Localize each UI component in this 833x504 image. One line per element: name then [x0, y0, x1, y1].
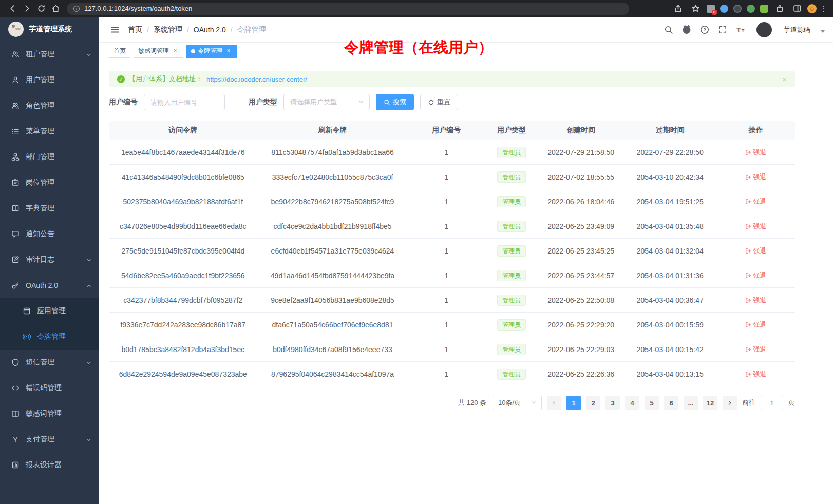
- badge-icon: [11, 179, 20, 187]
- share-icon[interactable]: [671, 2, 685, 16]
- close-icon[interactable]: ×: [225, 48, 232, 55]
- user-type-badge: 管理员: [497, 319, 526, 331]
- tags-view: 首页 敏感词管理 × 令牌管理 ×: [99, 43, 833, 60]
- active-dot-icon: [191, 49, 195, 53]
- pagination: 共 120 条 10条/页 1 2 3 4 5 6 ... 12 前往: [109, 396, 795, 410]
- sidebar-item-tenant[interactable]: 租户管理: [0, 42, 99, 67]
- table-row: f9336e7c7dd242a283ee98dc86b17a87 dfa6c71…: [109, 313, 795, 337]
- site-info-icon[interactable]: [73, 5, 80, 12]
- browser-menu-icon[interactable]: ⋮: [820, 4, 828, 13]
- alert-close-icon[interactable]: ×: [782, 75, 787, 84]
- sidebar-item-sms[interactable]: 短信管理: [0, 350, 99, 375]
- force-logout-button[interactable]: 强退: [745, 345, 766, 354]
- sidebar-item-oauth2-app[interactable]: 应用管理: [0, 298, 99, 324]
- force-logout-button[interactable]: 强退: [745, 271, 766, 280]
- tab-sensitive-word[interactable]: 敏感词管理 ×: [134, 45, 183, 58]
- extension-icon-3[interactable]: [732, 4, 743, 14]
- alert-doc-link[interactable]: https://doc.iocoder.cn/user-center/: [206, 75, 307, 83]
- page-size-select[interactable]: 10条/页: [493, 396, 542, 410]
- font-size-icon[interactable]: TT: [735, 25, 746, 35]
- force-logout-button[interactable]: 强退: [745, 222, 766, 231]
- fullscreen-icon[interactable]: [717, 25, 728, 35]
- user-id-input[interactable]: [144, 94, 225, 110]
- page-button-12[interactable]: 12: [703, 396, 717, 410]
- token-table: 访问令牌 刷新令牌 用户编号 用户类型 创建时间 过期时间 操作 1ea5e44…: [109, 121, 795, 386]
- bookmark-star-icon[interactable]: [688, 2, 703, 16]
- reset-button[interactable]: 重置: [420, 94, 458, 110]
- force-logout-button[interactable]: 强退: [745, 148, 766, 157]
- sidebar-item-post[interactable]: 岗位管理: [0, 170, 99, 196]
- prev-page-button[interactable]: [547, 396, 561, 410]
- address-bar[interactable]: 127.0.0.1:1024/system/oauth2/token: [67, 3, 629, 15]
- browser-forward-button[interactable]: [20, 2, 34, 16]
- user-type-select[interactable]: 请选择用户类型: [283, 94, 370, 110]
- force-logout-button[interactable]: 强退: [745, 296, 766, 305]
- sidebar-item-user[interactable]: 用户管理: [0, 67, 99, 93]
- page-button-4[interactable]: 4: [625, 396, 639, 410]
- page-ellipsis[interactable]: ...: [684, 396, 698, 410]
- force-logout-button[interactable]: 强退: [745, 320, 766, 329]
- breadcrumb-oauth2[interactable]: OAuth 2.0: [194, 26, 226, 34]
- user-avatar[interactable]: [756, 22, 772, 37]
- user-name[interactable]: 芋道源码: [784, 25, 810, 34]
- force-logout-button[interactable]: 强退: [745, 246, 766, 256]
- table-row: 1ea5e44f8bc1467aaede43144f31de76 811c530…: [109, 140, 795, 165]
- search-icon[interactable]: [664, 25, 674, 35]
- goto-page-input[interactable]: [761, 396, 783, 410]
- page-button-2[interactable]: 2: [586, 396, 600, 410]
- logout-icon: [745, 199, 751, 205]
- refresh-icon: [428, 99, 434, 106]
- chevron-down-icon: [86, 257, 92, 263]
- sidebar-item-sensitive-word[interactable]: 敏感词管理: [0, 401, 99, 427]
- sidebar-item-audit-log[interactable]: 审计日志: [0, 247, 99, 273]
- sidebar-item-oauth2[interactable]: OAuth 2.0: [0, 273, 99, 298]
- sidebar-item-oauth2-token[interactable]: 令牌管理: [0, 324, 99, 350]
- shield-icon: [11, 358, 20, 366]
- user-type-badge: 管理员: [497, 295, 526, 306]
- sidebar-item-dict[interactable]: 字典管理: [0, 196, 99, 221]
- breadcrumb-home[interactable]: 首页: [128, 25, 142, 34]
- force-logout-button[interactable]: 强退: [745, 370, 766, 379]
- hamburger-icon[interactable]: [106, 21, 124, 38]
- github-icon[interactable]: [681, 25, 692, 35]
- sidebar-item-error-code[interactable]: 错误码管理: [0, 375, 99, 401]
- sidebar-item-notice[interactable]: 通知公告: [0, 221, 99, 247]
- help-icon[interactable]: ?: [699, 25, 710, 35]
- sidebar-item-pay[interactable]: ¥ 支付管理: [0, 427, 99, 452]
- next-page-button[interactable]: [723, 396, 737, 410]
- extension-icon-5[interactable]: [759, 4, 769, 14]
- browser-reload-button[interactable]: [34, 2, 48, 16]
- sidebar-item-menu[interactable]: 菜单管理: [0, 119, 99, 144]
- user-type-badge: 管理员: [497, 171, 526, 183]
- app-logo-row[interactable]: 芋道管理系统: [0, 17, 99, 42]
- url-text[interactable]: 127.0.0.1:1024/system/oauth2/token: [84, 5, 192, 12]
- browser-home-button[interactable]: [48, 2, 63, 16]
- tab-token[interactable]: 令牌管理 ×: [186, 45, 237, 58]
- tab-home[interactable]: 首页: [109, 45, 130, 58]
- page-button-1[interactable]: 1: [566, 396, 581, 410]
- alert-text: 【用户体系】文档地址：: [129, 74, 202, 84]
- profile-avatar[interactable]: ☺: [807, 4, 817, 13]
- user-icon: [11, 76, 20, 84]
- caret-down-icon[interactable]: [821, 30, 825, 33]
- sidebar-item-role[interactable]: 角色管理: [0, 93, 99, 119]
- extension-icon-2[interactable]: [719, 4, 729, 14]
- split-view-icon[interactable]: [790, 2, 804, 16]
- book-icon: [11, 204, 20, 212]
- page-button-3[interactable]: 3: [605, 396, 620, 410]
- extension-icon-1[interactable]: 0: [706, 4, 716, 14]
- sidebar-item-dept[interactable]: 部门管理: [0, 144, 99, 170]
- page-button-5[interactable]: 5: [645, 396, 659, 410]
- sidebar-item-report-designer[interactable]: 报表设计器: [0, 452, 99, 478]
- breadcrumb-system[interactable]: 系统管理: [154, 25, 182, 34]
- page-button-6[interactable]: 6: [664, 396, 678, 410]
- extensions-puzzle-icon[interactable]: [772, 2, 787, 16]
- open-book-icon: [11, 410, 20, 418]
- browser-back-button[interactable]: [5, 2, 20, 16]
- close-icon[interactable]: ×: [172, 48, 179, 55]
- force-logout-button[interactable]: 强退: [745, 197, 766, 206]
- force-logout-button[interactable]: 强退: [745, 172, 766, 182]
- search-button[interactable]: 搜索: [376, 94, 414, 110]
- screen: 127.0.0.1:1024/system/oauth2/token 0 ☺ ⋮…: [0, 0, 833, 504]
- extension-icon-4[interactable]: [746, 4, 756, 14]
